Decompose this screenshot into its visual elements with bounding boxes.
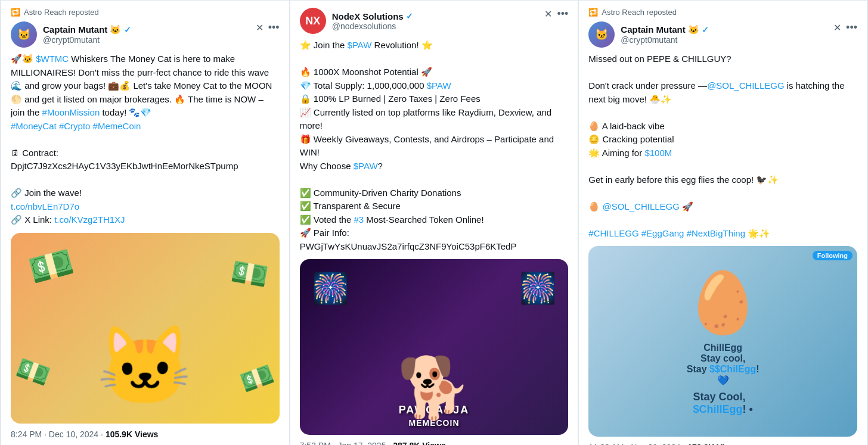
mute-icon[interactable]: ✕ (833, 22, 841, 33)
repost-icon: 🔁 (588, 8, 598, 17)
tweet-header: 🐱 Captain Mutant 🐱 ✓ @crypt0mutant ✕ ••• (11, 21, 280, 48)
cashtag[interactable]: $WTMC (36, 54, 69, 64)
tweet-text-line: Why Choose $PAW? (300, 160, 569, 173)
tweet-body: Missed out on PEPE & CHILLGUY?Don't crac… (588, 52, 857, 240)
tweet-text-line: ⭐ Join the $PAW Revolution! ⭐ (300, 39, 569, 52)
more-options-icon[interactable]: ••• (268, 21, 280, 34)
tweet-header-left: NX NodeX Solutions ✓ @nodexsolutions (300, 8, 413, 34)
repost-bar: 🔁 Astro Reach reposted (11, 8, 280, 17)
tweet-text-line: Don't crack under pressure —@SOL_CHILLEG… (588, 79, 857, 106)
tweet-image: 🐱 💵 💵 💵 💵 (11, 233, 280, 424)
display-name[interactable]: Captain Mutant 🐱 ✓ (621, 24, 709, 35)
user-info: Captain Mutant 🐱 ✓ @crypt0mutant (621, 24, 709, 45)
repost-label: Astro Reach reposted (24, 8, 99, 17)
repost-icon: 🔁 (11, 8, 20, 17)
tweet-text-line: 🚀🐱 $WTMC Whiskers The Money Cat is here … (11, 52, 280, 120)
tweet-text-line: t.co/nbvLEn7D7o (11, 200, 280, 214)
mention[interactable]: @SOL_CHILLEGG (707, 80, 784, 91)
tweet-header-left: 🐱 Captain Mutant 🐱 ✓ @crypt0mutant (588, 21, 709, 48)
tweet-url[interactable]: t.co/nbvLEn7D7o (11, 201, 79, 211)
avatar: NX (300, 8, 326, 34)
tweet-image: Following 🥚 ChillEggStay cool,Stay $$Chi… (588, 246, 857, 437)
hashtag[interactable]: #3 (354, 214, 364, 225)
tweet-header-left: 🐱 Captain Mutant 🐱 ✓ @crypt0mutant (11, 21, 131, 48)
tweet-actions: ✕ ••• (544, 8, 568, 20)
cashtag[interactable]: $PAW (427, 80, 451, 91)
avatar: 🐱 (11, 21, 37, 48)
tweet-text-line: 🥚 @SOL_CHILLEGG 🚀 (588, 200, 857, 214)
tweet-text-line: 📈 Currently listed on top platforms like… (300, 106, 569, 133)
cashtag[interactable]: $PAW (348, 40, 372, 50)
verified-icon: ✓ (124, 25, 131, 35)
tweet-actions: ✕ ••• (833, 21, 857, 34)
tweet-text-line: 🔗 X Link: t.co/KVzg2TH1XJ (11, 213, 280, 227)
view-count: 105.9K Views (106, 430, 158, 439)
username[interactable]: @nodexsolutions (332, 21, 413, 31)
tweet-body: 🚀🐱 $WTMC Whiskers The Money Cat is here … (11, 52, 280, 227)
hashtag[interactable]: #EggGang (641, 228, 684, 238)
tweet-text-line: Get in early before this egg flies the c… (588, 173, 857, 187)
tweet-text-line: Missed out on PEPE & CHILLGUY? (588, 52, 857, 66)
repost-label: Astro Reach reposted (602, 8, 677, 17)
tweet-text-line: 🔥 1000X Moonshot Potential 🚀 (300, 66, 569, 79)
tweet-column-3: 🔁 Astro Reach reposted 🐱 Captain Mutant … (578, 1, 867, 445)
hashtag[interactable]: #CHILLEGG (588, 228, 638, 238)
mute-icon[interactable]: ✕ (544, 8, 552, 20)
tweet-meta: 7:53 PM · Jan 17, 2025 · 287.8K Views (300, 441, 569, 445)
tweet-actions: ✕ ••• (256, 21, 280, 34)
tweet-meta: 8:24 PM · Dec 10, 2024 · 105.9K Views (11, 430, 280, 439)
tweet-column-1: 🔁 Astro Reach reposted 🐱 Captain Mutant … (1, 1, 290, 445)
tweet-text-line: DpjtC7J9zXcs2HAyC1V33yEKbJwtHnEeMorNkeST… (11, 160, 280, 173)
cashtag[interactable]: $100M (644, 148, 672, 158)
tweet-column-2: NX NodeX Solutions ✓ @nodexsolutions ✕ •… (290, 1, 579, 445)
user-info: Captain Mutant 🐱 ✓ @crypt0mutant (43, 24, 131, 45)
display-name[interactable]: NodeX Solutions ✓ (332, 11, 413, 21)
tweet-text-line: ✅ Transparent & Secure (300, 200, 569, 213)
avatar: 🐱 (588, 21, 615, 48)
mute-icon[interactable]: ✕ (256, 22, 264, 33)
display-name[interactable]: Captain Mutant 🐱 ✓ (43, 24, 131, 35)
tweet-text-line: ✅ Voted the #3 Most-Searched Token Onlin… (300, 213, 569, 227)
tweet-url[interactable]: t.co/KVzg2TH1XJ (54, 214, 125, 225)
repost-bar: 🔁 Astro Reach reposted (588, 8, 857, 17)
hashtag[interactable]: #NextBigThing (687, 228, 745, 238)
mention[interactable]: @SOL_CHILLEGG (603, 201, 680, 211)
verified-icon: ✓ (702, 25, 709, 35)
tweet-text-line: 🗓 Contract: (11, 147, 280, 160)
tweet-text-line: 🚀 Pair Info: PWGjTwYsKUnuavJS2a7irfqcZ3N… (300, 226, 569, 253)
tweet-text-line: 🌟 Aiming for $100M (588, 147, 857, 160)
tweet-text-line: 🔒 100% LP Burned | Zero Taxes | Zero Fee… (300, 92, 569, 106)
username[interactable]: @crypt0mutant (43, 35, 131, 45)
hashtag[interactable]: #Crypto (59, 121, 91, 131)
tweet-text-line: 💎 Total Supply: 1,000,000,000 $PAW (300, 79, 569, 93)
tweet-text-line: #MoneyCat #Crypto #MemeCoin (11, 120, 280, 133)
tweet-text-line: 🔗 Join the wave! (11, 186, 280, 200)
view-count: 178.3K Views (687, 443, 740, 445)
tweet-text-line: 🪙 Cracking potential (588, 133, 857, 147)
hashtag[interactable]: #MoonMission (42, 107, 100, 117)
verified-icon: ✓ (406, 11, 413, 21)
cashtag[interactable]: $PAW (354, 161, 378, 171)
more-options-icon[interactable]: ••• (557, 8, 568, 20)
tweet-text-line: #CHILLEGG #EggGang #NextBigThing 🌟✨ (588, 227, 857, 241)
hashtag[interactable]: #MoneyCat (11, 121, 57, 131)
tweet-text-line: ✅ Community-Driven Charity Donations (300, 186, 569, 200)
user-info: NodeX Solutions ✓ @nodexsolutions (332, 11, 413, 31)
tweet-meta: 11:33 AM · Nov 30, 2024 · 178.3K Views (588, 443, 857, 445)
view-count: 287.8K Views (393, 441, 445, 445)
tweet-image: 🐕 🎆 🎆 PAWGANJAMEMECOIN (300, 259, 569, 435)
tweet-text-line: 🎁 Weekly Giveaways, Contests, and Airdro… (300, 133, 569, 160)
more-options-icon[interactable]: ••• (846, 21, 857, 34)
username[interactable]: @crypt0mutant (621, 35, 709, 45)
tweet-header: NX NodeX Solutions ✓ @nodexsolutions ✕ •… (300, 8, 569, 34)
tweet-text-line: 🥚 A laid-back vibe (588, 120, 857, 133)
tweet-body: ⭐ Join the $PAW Revolution! ⭐🔥 1000X Moo… (300, 39, 569, 253)
tweet-header: 🐱 Captain Mutant 🐱 ✓ @crypt0mutant ✕ ••• (588, 21, 857, 48)
hashtag[interactable]: #MemeCoin (93, 121, 141, 131)
